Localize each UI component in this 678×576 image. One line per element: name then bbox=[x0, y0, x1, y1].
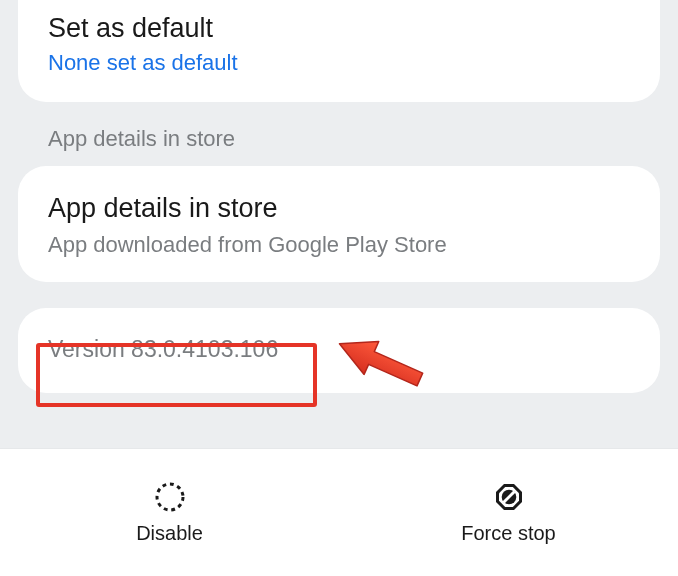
disable-icon bbox=[153, 480, 187, 514]
force-stop-label: Force stop bbox=[461, 522, 555, 545]
disable-label: Disable bbox=[136, 522, 203, 545]
disable-button[interactable]: Disable bbox=[0, 449, 339, 576]
svg-point-0 bbox=[157, 484, 183, 510]
app-details-in-store-row[interactable]: App details in store App downloaded from… bbox=[18, 166, 660, 282]
app-version-row: Version 83.0.4103.106 bbox=[18, 308, 660, 393]
app-version-text: Version 83.0.4103.106 bbox=[48, 336, 630, 363]
section-label-app-details: App details in store bbox=[48, 126, 678, 152]
set-as-default-title: Set as default bbox=[48, 10, 630, 48]
force-stop-button[interactable]: Force stop bbox=[339, 449, 678, 576]
force-stop-icon bbox=[492, 480, 526, 514]
set-as-default-status: None set as default bbox=[48, 50, 630, 76]
bottom-action-bar: Disable Force stop bbox=[0, 448, 678, 576]
set-as-default-row[interactable]: Set as default None set as default bbox=[18, 0, 660, 102]
app-details-subtitle: App downloaded from Google Play Store bbox=[48, 232, 630, 258]
app-details-title: App details in store bbox=[48, 190, 630, 228]
